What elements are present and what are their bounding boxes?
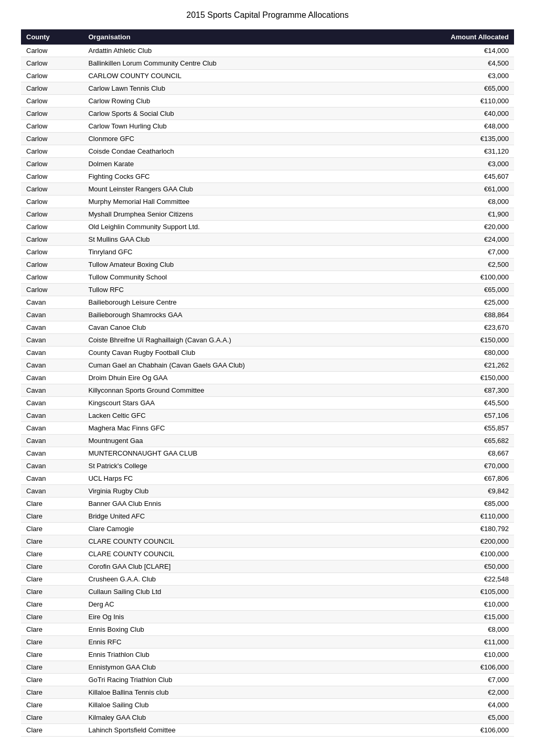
- organisation-cell: St Mullins GAA Club: [83, 233, 388, 246]
- table-row: CarlowBallinkillen Lorum Community Centr…: [21, 57, 514, 70]
- table-row: CarlowMount Leinster Rangers GAA Club€61…: [21, 183, 514, 196]
- table-row: CavanMountnugent Gaa€65,682: [21, 435, 514, 447]
- county-cell: Carlow: [21, 70, 83, 82]
- table-row: CarlowFighting Cocks GFC€45,607: [21, 170, 514, 183]
- table-row: ClareEire Og Inis€15,000: [21, 611, 514, 623]
- county-cell: Clare: [21, 724, 83, 737]
- table-row: CavanBailieborough Shamrocks GAA€88,864: [21, 309, 514, 321]
- table-header: County Organisation Amount Allocated: [21, 29, 514, 45]
- amount-cell: €87,300: [389, 384, 514, 397]
- amount-cell: €70,000: [389, 460, 514, 472]
- county-cell: Carlow: [21, 233, 83, 246]
- county-cell: Clare: [21, 573, 83, 586]
- county-cell: Clare: [21, 523, 83, 535]
- amount-cell: €55,857: [389, 422, 514, 435]
- organisation-cell: CLARE COUNTY COUNCIL: [83, 535, 388, 548]
- organisation-cell: Coisde Condae Ceatharloch: [83, 145, 388, 158]
- table-row: ClareKillaloe Sailing Club€4,000: [21, 699, 514, 711]
- county-cell: Clare: [21, 586, 83, 598]
- amount-cell: €4,500: [389, 57, 514, 70]
- amount-cell: €180,792: [389, 523, 514, 535]
- county-cell: Cavan: [21, 409, 83, 422]
- organisation-header: Organisation: [83, 29, 388, 45]
- table-row: CarlowOld Leighlin Community Support Ltd…: [21, 221, 514, 233]
- table-row: ClareKillaloe Ballina Tennis club€2,000: [21, 686, 514, 699]
- county-cell: Carlow: [21, 95, 83, 107]
- amount-cell: €100,000: [389, 271, 514, 284]
- amount-header: Amount Allocated: [389, 29, 514, 45]
- county-header: County: [21, 29, 83, 45]
- county-cell: Clare: [21, 661, 83, 674]
- table-row: CavanSt Patrick's College€70,000: [21, 460, 514, 472]
- amount-cell: €61,000: [389, 183, 514, 196]
- table-row: ClareLahinch Sportsfield Comittee€106,00…: [21, 724, 514, 737]
- county-cell: Carlow: [21, 208, 83, 221]
- amount-cell: €65,000: [389, 82, 514, 95]
- amount-cell: €8,000: [389, 196, 514, 208]
- county-cell: Carlow: [21, 258, 83, 271]
- organisation-cell: Tullow Community School: [83, 271, 388, 284]
- county-cell: Carlow: [21, 183, 83, 196]
- table-row: CarlowCARLOW COUNTY COUNCIL€3,000: [21, 70, 514, 82]
- table-row: CavanMaghera Mac Finns GFC€55,857: [21, 422, 514, 435]
- amount-cell: €2,500: [389, 258, 514, 271]
- organisation-cell: Ardattin Athletic Club: [83, 45, 388, 57]
- county-cell: Clare: [21, 560, 83, 573]
- table-body: CarlowArdattin Athletic Club€14,000Carlo…: [21, 45, 514, 737]
- county-cell: Cavan: [21, 347, 83, 359]
- amount-cell: €31,120: [389, 145, 514, 158]
- table-row: CarlowTullow Community School€100,000: [21, 271, 514, 284]
- organisation-cell: Ennis RFC: [83, 636, 388, 649]
- organisation-cell: CLARE COUNTY COUNCIL: [83, 548, 388, 560]
- table-row: CarlowSt Mullins GAA Club€24,000: [21, 233, 514, 246]
- amount-cell: €21,262: [389, 359, 514, 372]
- county-cell: Clare: [21, 498, 83, 510]
- table-row: CarlowCoisde Condae Ceatharloch€31,120: [21, 145, 514, 158]
- organisation-cell: Tullow RFC: [83, 284, 388, 296]
- table-row: CarlowCarlow Sports & Social Club€40,000: [21, 107, 514, 120]
- amount-cell: €23,670: [389, 321, 514, 334]
- county-cell: Clare: [21, 711, 83, 724]
- county-cell: Carlow: [21, 82, 83, 95]
- amount-cell: €5,000: [389, 711, 514, 724]
- county-cell: Carlow: [21, 145, 83, 158]
- table-row: ClareEnnis Boxing Club€8,000: [21, 623, 514, 636]
- county-cell: Cavan: [21, 321, 83, 334]
- amount-cell: €135,000: [389, 133, 514, 145]
- table-row: CarlowTinryland GFC€7,000: [21, 246, 514, 258]
- amount-cell: €40,000: [389, 107, 514, 120]
- county-cell: Cavan: [21, 359, 83, 372]
- table-row: CarlowCarlow Rowing Club€110,000: [21, 95, 514, 107]
- county-cell: Clare: [21, 611, 83, 623]
- organisation-cell: Derg AC: [83, 598, 388, 611]
- organisation-cell: Carlow Town Hurling Club: [83, 120, 388, 133]
- table-row: CarlowCarlow Lawn Tennis Club€65,000: [21, 82, 514, 95]
- organisation-cell: Old Leighlin Community Support Ltd.: [83, 221, 388, 233]
- organisation-cell: Crusheen G.A.A. Club: [83, 573, 388, 586]
- organisation-cell: Myshall Drumphea Senior Citizens: [83, 208, 388, 221]
- organisation-cell: UCL Harps FC: [83, 472, 388, 485]
- table-row: ClareBanner GAA Club Ennis€85,000: [21, 498, 514, 510]
- table-row: CarlowDolmen Karate€3,000: [21, 158, 514, 170]
- table-row: CavanCuman Gael an Chabhain (Cavan Gaels…: [21, 359, 514, 372]
- county-cell: Clare: [21, 598, 83, 611]
- table-row: CarlowClonmore GFC€135,000: [21, 133, 514, 145]
- organisation-cell: Carlow Sports & Social Club: [83, 107, 388, 120]
- table-row: ClareDerg AC€10,000: [21, 598, 514, 611]
- amount-cell: €50,000: [389, 560, 514, 573]
- table-row: CarlowTullow Amateur Boxing Club€2,500: [21, 258, 514, 271]
- table-row: CavanCounty Cavan Rugby Football Club€80…: [21, 347, 514, 359]
- amount-cell: €110,000: [389, 95, 514, 107]
- amount-cell: €10,000: [389, 649, 514, 661]
- county-cell: Cavan: [21, 485, 83, 498]
- amount-cell: €14,000: [389, 45, 514, 57]
- amount-cell: €80,000: [389, 347, 514, 359]
- table-row: ClareCorofin GAA Club [CLARE]€50,000: [21, 560, 514, 573]
- amount-cell: €150,000: [389, 334, 514, 347]
- organisation-cell: Killyconnan Sports Ground Committee: [83, 384, 388, 397]
- organisation-cell: Tullow Amateur Boxing Club: [83, 258, 388, 271]
- organisation-cell: Virginia Rugby Club: [83, 485, 388, 498]
- amount-cell: €22,548: [389, 573, 514, 586]
- county-cell: Carlow: [21, 45, 83, 57]
- amount-cell: €65,682: [389, 435, 514, 447]
